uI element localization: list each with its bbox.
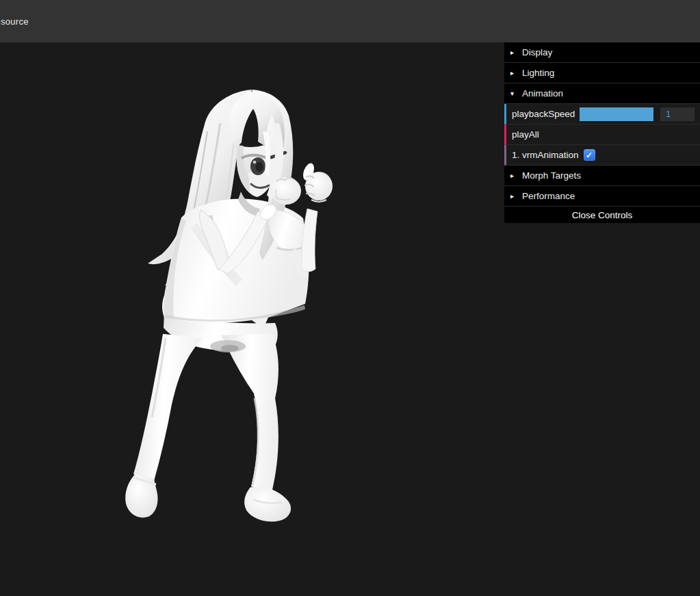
chevron-right-icon: ▸: [510, 172, 518, 179]
playback-speed-slider-fill: [580, 107, 653, 121]
controller-vrm-animation[interactable]: 1. vrmAnimation ✓: [504, 145, 700, 166]
folder-label: Lighting: [522, 68, 554, 78]
source-link[interactable]: source: [1, 16, 29, 27]
folder-performance[interactable]: ▸ Performance: [504, 186, 700, 207]
dat-gui-panel: ▸ Display ▸ Lighting ▾ Animation playbac…: [504, 42, 700, 223]
chevron-down-icon: ▾: [510, 90, 518, 97]
controller-play-all[interactable]: playAll: [504, 125, 700, 145]
folder-morph-targets[interactable]: ▸ Morph Targets: [504, 166, 700, 186]
close-controls-button[interactable]: Close Controls: [504, 207, 700, 223]
topbar: source: [0, 0, 700, 42]
folder-animation[interactable]: ▾ Animation: [504, 83, 700, 104]
play-all-label: playAll: [512, 129, 539, 140]
playback-speed-slider[interactable]: [580, 107, 653, 121]
check-icon: ✓: [586, 151, 593, 160]
playback-speed-label: playbackSpeed: [512, 109, 578, 119]
playback-speed-value[interactable]: 1: [660, 107, 695, 121]
folder-lighting[interactable]: ▸ Lighting: [504, 63, 700, 83]
chevron-right-icon: ▸: [510, 192, 518, 200]
folder-label: Performance: [522, 191, 575, 201]
folder-label: Animation: [522, 88, 563, 99]
viewport-3d[interactable]: ▸ Display ▸ Lighting ▾ Animation playbac…: [0, 42, 700, 596]
vrm-animation-label: 1. vrmAnimation: [512, 150, 579, 160]
folder-display[interactable]: ▸ Display: [504, 42, 700, 63]
app-window: source: [0, 0, 700, 596]
checkbox-checked-icon[interactable]: ✓: [584, 149, 595, 161]
chevron-right-icon: ▸: [510, 49, 518, 56]
folder-label: Display: [522, 47, 552, 57]
controller-playback-speed: playbackSpeed 1: [504, 104, 700, 125]
folder-label: Morph Targets: [522, 170, 581, 181]
chevron-right-icon: ▸: [510, 69, 518, 77]
